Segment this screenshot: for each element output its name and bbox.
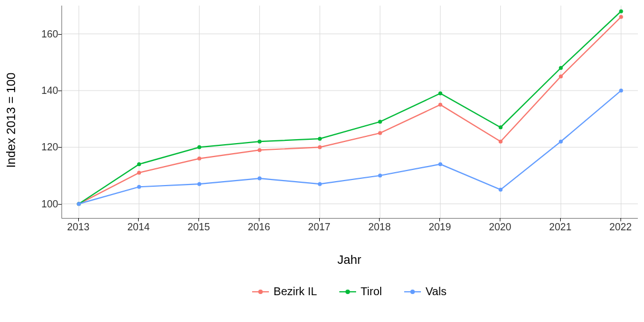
series-point xyxy=(438,92,442,96)
series-point xyxy=(619,10,623,13)
x-tick-label: 2020 xyxy=(489,221,511,233)
y-tick-label: 100 xyxy=(25,198,58,210)
x-tick-mark xyxy=(500,218,500,221)
x-axis-title-text: Jahr xyxy=(338,253,362,267)
x-tick-label: 2022 xyxy=(609,221,632,233)
series-point xyxy=(378,120,382,124)
series-point xyxy=(137,171,141,174)
x-tick-mark xyxy=(138,218,139,221)
series-point xyxy=(499,140,503,144)
x-tick-mark xyxy=(198,218,199,221)
x-tick-mark xyxy=(319,218,320,221)
series-line xyxy=(79,17,621,203)
series-point xyxy=(559,74,563,78)
series-point xyxy=(258,148,262,152)
series-point xyxy=(318,145,322,149)
series-point xyxy=(197,182,201,186)
y-tick-mark xyxy=(58,204,61,205)
series-point xyxy=(318,137,322,141)
series-point xyxy=(77,202,81,206)
series-point xyxy=(197,157,201,160)
series-point xyxy=(258,177,262,181)
y-axis-title: Index 2013 = 100 xyxy=(3,0,19,240)
series-point xyxy=(318,182,322,186)
x-tick-label: 2017 xyxy=(308,221,330,233)
series-point xyxy=(197,145,201,149)
series-group xyxy=(77,10,623,206)
x-axis-title: Jahr xyxy=(61,253,637,267)
y-axis-title-text: Index 2013 = 100 xyxy=(4,73,18,168)
legend-label: Tirol xyxy=(361,285,382,298)
y-tick-mark xyxy=(58,91,61,91)
series-point xyxy=(559,66,563,70)
series-point xyxy=(378,131,382,135)
x-tick-label: 2013 xyxy=(67,221,89,233)
plot-area xyxy=(61,6,638,219)
series-point xyxy=(438,103,442,107)
x-tick-label: 2019 xyxy=(429,221,451,233)
x-tick-label: 2014 xyxy=(127,221,150,233)
legend-label: Bezirk IL xyxy=(273,285,317,298)
legend-item: Bezirk IL xyxy=(252,285,317,298)
series-point xyxy=(499,125,503,129)
x-tick-mark xyxy=(78,218,79,221)
y-tick-label: 140 xyxy=(25,85,58,97)
y-tick-label: 120 xyxy=(25,141,58,153)
x-tick-label: 2016 xyxy=(248,221,270,233)
legend-swatch xyxy=(252,288,269,296)
series-point xyxy=(137,162,141,166)
series-point xyxy=(499,188,503,192)
x-tick-mark xyxy=(379,218,380,221)
series-line xyxy=(79,11,621,204)
legend-swatch xyxy=(404,288,421,296)
series-point xyxy=(438,162,442,166)
x-tick-mark xyxy=(439,218,440,221)
x-tick-mark xyxy=(621,218,621,221)
series-point xyxy=(258,140,262,144)
x-tick-label: 2021 xyxy=(549,221,571,233)
series-point xyxy=(378,174,382,178)
series-point xyxy=(619,15,623,19)
y-tick-label: 160 xyxy=(25,28,58,40)
plot-svg xyxy=(62,6,638,218)
legend-swatch xyxy=(339,288,356,296)
legend-item: Tirol xyxy=(339,285,382,298)
line-chart: Index 2013 = 100 Jahr 100120140160201320… xyxy=(0,0,644,322)
x-tick-mark xyxy=(560,218,561,221)
series-point xyxy=(619,89,623,93)
legend-item: Vals xyxy=(404,285,446,298)
series-point xyxy=(559,140,563,144)
legend-label: Vals xyxy=(425,285,446,298)
x-tick-label: 2015 xyxy=(188,221,210,233)
x-tick-mark xyxy=(259,218,259,221)
series-point xyxy=(137,185,141,189)
y-tick-mark xyxy=(58,147,61,148)
x-tick-label: 2018 xyxy=(368,221,391,233)
y-tick-mark xyxy=(58,34,61,35)
legend: Bezirk ILTirolVals xyxy=(61,285,637,298)
